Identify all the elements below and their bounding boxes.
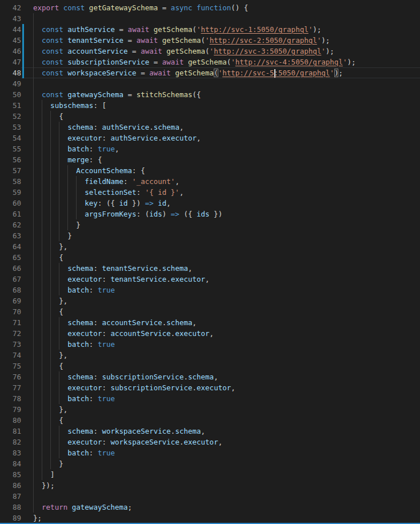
line-number[interactable]: 63 xyxy=(0,230,21,241)
line-number[interactable]: 65 xyxy=(0,252,21,263)
code-line[interactable]: 70 { xyxy=(0,306,420,317)
code-line[interactable]: 49 xyxy=(0,78,420,89)
line-number[interactable]: 64 xyxy=(0,241,21,252)
line-number[interactable]: 57 xyxy=(0,165,21,176)
code-line[interactable]: 54 executor: authService.executor, xyxy=(0,133,420,143)
code-line[interactable]: 52 { xyxy=(0,111,420,122)
code-area[interactable]: 42export const getGatewaySchema = async … xyxy=(0,2,420,523)
code-line[interactable]: 83 batch: true xyxy=(0,447,420,458)
line-number[interactable]: 73 xyxy=(0,339,21,350)
line-number[interactable]: 56 xyxy=(0,154,21,165)
code-line[interactable]: 67 executor: tenantService.executor, xyxy=(0,274,420,285)
code-line[interactable]: 74 }, xyxy=(0,350,420,361)
line-number[interactable]: 69 xyxy=(0,295,21,306)
code-line[interactable]: 89}; xyxy=(0,513,420,523)
line-number[interactable]: 58 xyxy=(0,176,21,187)
line-number[interactable]: 72 xyxy=(0,328,21,339)
code-line[interactable]: 50 const gatewaySchema = stitchSchemas({ xyxy=(0,89,420,100)
code-line[interactable]: 80 { xyxy=(0,415,420,426)
line-number[interactable]: 85 xyxy=(0,469,21,480)
line-number[interactable]: 82 xyxy=(0,437,21,447)
code-line[interactable]: 84 } xyxy=(0,458,420,469)
line-number[interactable]: 87 xyxy=(0,491,21,502)
code-line[interactable]: 69 }, xyxy=(0,295,420,306)
code-line[interactable]: 75 { xyxy=(0,361,420,371)
code-line[interactable]: 47 const subscriptionService = await get… xyxy=(0,57,420,67)
line-number[interactable]: 44 xyxy=(0,24,21,35)
line-number[interactable]: 77 xyxy=(0,382,21,393)
line-number[interactable]: 70 xyxy=(0,306,21,317)
line-number[interactable]: 78 xyxy=(0,393,21,404)
line-number[interactable]: 86 xyxy=(0,480,21,491)
line-number[interactable]: 52 xyxy=(0,111,21,122)
line-number[interactable]: 60 xyxy=(0,198,21,209)
line-number[interactable]: 71 xyxy=(0,317,21,328)
line-number[interactable]: 66 xyxy=(0,263,21,274)
code-line[interactable]: 58 fieldName: '_account', xyxy=(0,176,420,187)
line-number[interactable]: 75 xyxy=(0,361,21,371)
code-line[interactable]: 79 }, xyxy=(0,404,420,415)
line-number[interactable]: 50 xyxy=(0,89,21,100)
code-line[interactable]: 63 } xyxy=(0,230,420,241)
line-number[interactable]: 61 xyxy=(0,209,21,219)
line-number[interactable]: 74 xyxy=(0,350,21,361)
code-editor[interactable]: 42export const getGatewaySchema = async … xyxy=(0,0,420,524)
line-number[interactable]: 47 xyxy=(0,57,21,67)
line-number[interactable]: 68 xyxy=(0,285,21,295)
indent-guide xyxy=(33,89,34,100)
line-number[interactable]: 80 xyxy=(0,415,21,426)
code-line[interactable]: 59 selectionSet: '{ id }', xyxy=(0,187,420,198)
line-number[interactable]: 55 xyxy=(0,143,21,154)
line-number[interactable]: 48 xyxy=(0,67,21,78)
code-line[interactable]: 55 batch: true, xyxy=(0,143,420,154)
code-line[interactable]: 53 schema: authService.schema, xyxy=(0,122,420,133)
code-line[interactable]: 71 schema: accountService.schema, xyxy=(0,317,420,328)
code-line[interactable]: 73 batch: true xyxy=(0,339,420,350)
code-line[interactable]: 65 { xyxy=(0,252,420,263)
code-line[interactable]: 46 const accountService = await getSchem… xyxy=(0,46,420,57)
code-line[interactable]: 48 const workspaceService = await getSch… xyxy=(0,67,420,78)
line-number[interactable]: 49 xyxy=(0,78,21,89)
code-line[interactable]: 42export const getGatewaySchema = async … xyxy=(0,2,420,13)
code-line[interactable]: 77 executor: subscriptionService.executo… xyxy=(0,382,420,393)
code-line[interactable]: 64 }, xyxy=(0,241,420,252)
line-number[interactable]: 59 xyxy=(0,187,21,198)
code-line[interactable]: 85 ] xyxy=(0,469,420,480)
line-number[interactable]: 84 xyxy=(0,458,21,469)
line-number[interactable]: 53 xyxy=(0,122,21,133)
code-line[interactable]: 45 const tenantService = await getSchema… xyxy=(0,35,420,46)
line-number[interactable]: 89 xyxy=(0,513,21,523)
line-number[interactable]: 51 xyxy=(0,100,21,111)
code-line[interactable]: 81 schema: workspaceService.schema, xyxy=(0,426,420,437)
line-number[interactable]: 43 xyxy=(0,13,21,24)
code-line[interactable]: 43 xyxy=(0,13,420,24)
line-number[interactable]: 54 xyxy=(0,133,21,143)
code-line[interactable]: 62 } xyxy=(0,219,420,230)
line-number[interactable]: 45 xyxy=(0,35,21,46)
code-line[interactable]: 78 batch: true xyxy=(0,393,420,404)
code-line[interactable]: 87 xyxy=(0,491,420,502)
code-line[interactable]: 56 merge: { xyxy=(0,154,420,165)
line-number[interactable]: 76 xyxy=(0,371,21,382)
code-line[interactable]: 66 schema: tenantService.schema, xyxy=(0,263,420,274)
line-number[interactable]: 83 xyxy=(0,447,21,458)
code-line[interactable]: 51 subschemas: [ xyxy=(0,100,420,111)
line-number[interactable]: 42 xyxy=(0,2,21,13)
line-number[interactable]: 88 xyxy=(0,502,21,513)
indent-guide xyxy=(59,339,59,350)
code-line[interactable]: 68 batch: true xyxy=(0,285,420,295)
code-line[interactable]: 88 return gatewaySchema; xyxy=(0,502,420,513)
line-number[interactable]: 67 xyxy=(0,274,21,285)
line-number[interactable]: 81 xyxy=(0,426,21,437)
line-number[interactable]: 46 xyxy=(0,46,21,57)
code-line[interactable]: 60 key: ({ id }) => id, xyxy=(0,198,420,209)
code-line[interactable]: 86 }); xyxy=(0,480,420,491)
code-line[interactable]: 61 argsFromKeys: (ids) => ({ ids }) xyxy=(0,209,420,219)
code-line[interactable]: 57 AccountSchema: { xyxy=(0,165,420,176)
code-line[interactable]: 72 executor: accountService.executor, xyxy=(0,328,420,339)
code-line[interactable]: 82 executor: workspaceService.executor, xyxy=(0,437,420,447)
code-line[interactable]: 76 schema: subscriptionService.schema, xyxy=(0,371,420,382)
code-line[interactable]: 44 const authService = await getSchema('… xyxy=(0,24,420,35)
line-number[interactable]: 62 xyxy=(0,219,21,230)
line-number[interactable]: 79 xyxy=(0,404,21,415)
